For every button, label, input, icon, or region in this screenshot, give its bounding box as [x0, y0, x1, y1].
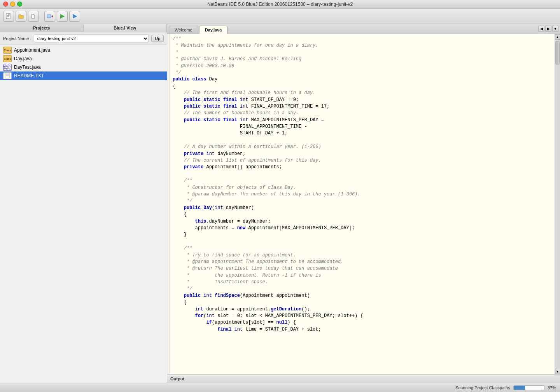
close-button[interactable] — [3, 2, 8, 7]
test-icon: junit test — [3, 64, 12, 71]
scroll-up-arrow[interactable]: ▲ — [555, 34, 560, 40]
svg-marker-6 — [60, 14, 65, 19]
editor-content: /** * Maintain the appointments for one … — [167, 34, 560, 374]
welcome-tab[interactable]: Welcome — [169, 26, 198, 34]
progress-label: 37% — [548, 385, 556, 390]
projects-tab[interactable]: Projects — [0, 24, 84, 32]
svg-rect-1 — [9, 14, 10, 15]
vertical-scrollbar[interactable]: ▲ ▼ — [555, 34, 560, 374]
file-day-label: Day.java — [14, 56, 32, 61]
editor-area: Welcome Day.java ◀ ▶ ▼ /** * Maintain th… — [167, 24, 560, 383]
scroll-down-arrow[interactable]: ▼ — [555, 369, 560, 374]
status-text: Scanning Project Classpaths — [455, 385, 510, 390]
title-bar: NetBeans IDE 5.0 BlueJ Edition 200601251… — [0, 0, 560, 9]
window-controls — [3, 2, 22, 7]
project-select[interactable]: diary-testing-junit-v2 — [34, 35, 149, 42]
scroll-thumb[interactable] — [555, 41, 560, 64]
file-readme[interactable]: README.TXT — [0, 71, 167, 80]
build-btn[interactable] — [69, 11, 80, 22]
progress-bar-container — [513, 385, 544, 390]
class-icon-2: Class — [3, 55, 12, 62]
file-daytest[interactable]: junit test DayTest.java — [0, 63, 167, 71]
window-title: NetBeans IDE 5.0 BlueJ Edition 200601251… — [207, 2, 353, 7]
file-tree: Class Appointment.java Class Day.java ju… — [0, 45, 167, 383]
file-appointment-label: Appointment.java — [14, 47, 50, 53]
sidebar-header: Projects BlueJ View — [0, 24, 167, 32]
open-project-btn[interactable] — [16, 11, 26, 22]
maximize-button[interactable] — [17, 2, 22, 7]
file-icon — [3, 72, 12, 79]
svg-rect-4 — [47, 15, 51, 18]
sidebar-project: Project Name : diary-testing-junit-v2 Up — [0, 32, 167, 45]
toolbar — [0, 9, 560, 24]
main-content: Projects BlueJ View Project Name : diary… — [0, 24, 560, 383]
file-appointment[interactable]: Class Appointment.java — [0, 46, 167, 54]
svg-rect-8 — [5, 73, 9, 78]
project-name-label: Project Name : — [3, 36, 32, 41]
editor-tabs: Welcome Day.java ◀ ▶ ▼ — [167, 24, 560, 34]
file-daytest-label: DayTest.java — [14, 64, 41, 70]
sidebar: Projects BlueJ View Project Name : diary… — [0, 24, 167, 383]
output-label: Output — [170, 376, 184, 381]
open-file-btn[interactable] — [28, 11, 39, 22]
svg-marker-5 — [51, 15, 53, 17]
tab-menu-btn[interactable]: ▼ — [552, 26, 558, 32]
svg-marker-7 — [73, 14, 77, 19]
file-readme-label: README.TXT — [14, 73, 44, 78]
day-java-tab[interactable]: Day.java — [199, 26, 228, 34]
output-panel: Output — [167, 374, 560, 383]
tab-navigation: ◀ ▶ ▼ — [538, 26, 558, 32]
scroll-track[interactable] — [555, 40, 560, 369]
code-editor[interactable]: /** * Maintain the appointments for one … — [170, 34, 555, 374]
statusbar: Scanning Project Classpaths 37% — [0, 383, 560, 392]
progress-bar-fill — [514, 386, 525, 390]
run-btn[interactable] — [57, 11, 68, 22]
file-day[interactable]: Class Day.java — [0, 54, 167, 63]
tab-prev-btn[interactable]: ◀ — [538, 26, 544, 32]
tab-next-btn[interactable]: ▶ — [545, 26, 551, 32]
minimize-button[interactable] — [10, 2, 15, 7]
bluej-view-tab[interactable]: BlueJ View — [84, 24, 167, 32]
up-button[interactable]: Up — [151, 35, 164, 42]
compile-btn[interactable] — [44, 11, 55, 22]
new-project-btn[interactable] — [3, 11, 14, 22]
class-icon: Class — [3, 47, 12, 54]
